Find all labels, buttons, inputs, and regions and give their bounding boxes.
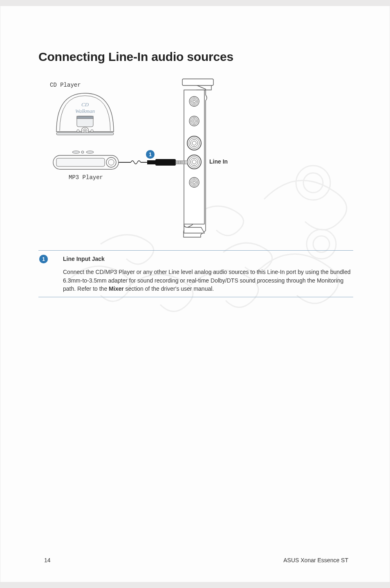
svg-rect-47	[176, 161, 185, 164]
svg-point-17	[192, 141, 196, 145]
cd-player-label: CD Player	[50, 82, 81, 88]
product-name: ASUS Xonar Essence ST	[283, 557, 348, 563]
svg-point-21	[192, 160, 196, 164]
svg-rect-50	[185, 161, 187, 164]
svg-point-42	[86, 151, 94, 153]
page-content: Connecting Line-In audio sources	[38, 50, 353, 297]
svg-rect-35	[56, 132, 114, 135]
svg-point-33	[77, 130, 79, 132]
diagram-svg: CD Player CD Walkman MP3	[40, 79, 351, 238]
line-in-label: Line In	[209, 158, 228, 165]
cd-player-icon: CD Walkman	[56, 93, 114, 135]
row-body: Connect the CD/MP3 Player or any other L…	[63, 269, 351, 292]
svg-point-3	[313, 236, 329, 252]
connection-diagram: CD Player CD Walkman MP3	[38, 79, 353, 238]
svg-rect-46	[147, 160, 155, 164]
svg-point-34	[91, 130, 93, 132]
svg-rect-45	[155, 159, 176, 166]
svg-point-25	[193, 181, 195, 184]
svg-rect-37	[56, 158, 105, 166]
row-title: Line Input Jack	[63, 255, 352, 263]
svg-text:Walkman: Walkman	[75, 108, 95, 114]
table-row: 1 Line Input Jack Connect the CD/MP3 Pla…	[38, 251, 353, 297]
row-number-bubble: 1	[39, 255, 48, 263]
audio-cable	[119, 159, 187, 166]
mp3-player-label: MP3 Player	[69, 174, 103, 181]
svg-rect-5	[182, 79, 213, 85]
svg-point-41	[81, 151, 84, 153]
description-table: 1 Line Input Jack Connect the CD/MP3 Pla…	[38, 250, 353, 297]
diagram-callout-1: 1	[146, 150, 155, 159]
mp3-player-icon	[53, 151, 119, 169]
page-title: Connecting Line-In audio sources	[38, 50, 353, 64]
page-number: 14	[44, 557, 51, 563]
svg-point-39	[108, 159, 114, 165]
svg-point-9	[193, 100, 195, 103]
svg-point-32	[84, 130, 86, 132]
svg-rect-29	[77, 116, 93, 119]
page-footer: 14 ASUS Xonar Essence ST	[44, 557, 348, 563]
svg-point-40	[72, 151, 80, 153]
svg-text:CD: CD	[81, 101, 89, 108]
svg-point-13	[193, 120, 195, 122]
